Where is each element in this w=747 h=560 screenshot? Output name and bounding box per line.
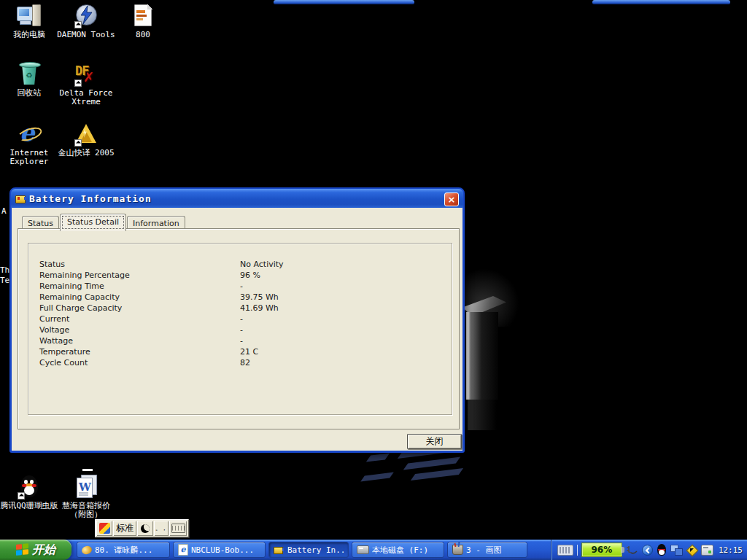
system-tray: 96% 12:15 [551,540,747,560]
network-tray-icon[interactable] [670,545,683,556]
taskbar-button-battery[interactable]: Battery In... [268,542,349,558]
desktop-icon-word-doc[interactable]: W 慧海音箱报价 （附图） [57,475,115,519]
table-row: Cycle Count82 [39,357,446,368]
qq-tray-icon[interactable] [657,544,667,556]
ime-softkeyboard-button[interactable] [169,521,187,536]
battery-icon [274,545,285,554]
battery-icon [15,193,26,203]
battery-level-indicator[interactable]: 96% [581,542,622,557]
close-window-button[interactable]: × [444,192,459,206]
icon-label: 我的电脑 [0,31,58,39]
icon-label: 800 [114,31,172,39]
wallpaper-stripe [403,457,460,470]
word-document-icon: W [74,475,98,499]
table-row: Remaining Capacity39.75 Wh [39,292,446,303]
tray-separator [577,545,578,556]
desktop-icon-800[interactable]: 800 [114,4,172,39]
icon-label: 腾讯QQ珊瑚虫版 [0,502,58,510]
table-row: Current- [39,314,446,324]
icon-label: DAEMON Tools [57,31,115,39]
table-row: Full Charge Capacity41.69 Wh [39,303,446,314]
hidden-label-fragment: Th [0,265,9,275]
ime-fullhalf-button[interactable] [137,521,153,536]
icon-label: 慧海音箱报价 （附图） [57,502,115,519]
keyboard-layout-icon[interactable] [557,545,573,556]
delta-force-icon: DF✗ [74,62,98,87]
recycle-bin-icon: ♻ [17,62,42,87]
taskbar-button-local-disk[interactable]: 本地磁盘 (F:) [352,542,444,558]
daemon-tools-icon [74,4,98,28]
battery-information-window: Battery Information × Status Status Deta… [9,187,465,453]
icon-label: Internet Explorer [0,149,58,166]
tab-status-detail[interactable]: Status Detail [60,214,126,231]
wallpaper-shape [466,312,498,400]
hide-tray-icons-button[interactable] [642,545,653,556]
wallpaper-stripe [360,472,394,482]
offscreen-window-edge[interactable] [274,0,414,4]
taskbar-button-ie[interactable]: e NBCLUB-Bob... [173,542,266,558]
disk-drive-icon [357,545,369,554]
hardware-tray-icon[interactable] [701,545,713,556]
desktop: { "colors": { "taskbar_blue": "#2459D2",… [0,0,747,560]
desktop-icon-recycle-bin[interactable]: ♻ 回收站 [0,62,58,98]
music-player-icon [81,545,93,555]
qq-penguin-icon [17,475,42,499]
table-row: Wattage- [39,335,446,346]
wallpaper-stripe [411,468,463,481]
close-dialog-button[interactable]: 关闭 [407,434,462,449]
wallpaper-shape [468,400,497,430]
start-button[interactable]: 开始 [0,540,71,560]
desktop-icon-my-computer[interactable]: 我的电脑 [0,4,58,39]
icon-label: Delta Force Xtreme [57,89,115,106]
window-title: Battery Information [29,193,152,204]
icon-label: 回收站 [0,89,58,98]
ime-logo-button[interactable] [96,521,112,536]
table-row: Voltage- [39,324,446,335]
icon-label: 金山快译 2005 [57,149,115,158]
ime-punctuation-button[interactable]: 。， [154,521,169,536]
paint-icon [452,545,463,555]
desktop-icon-kingsoft-2005[interactable]: 金山快译 2005 [57,122,115,158]
table-row: Remaining Time- [39,281,446,292]
tray-clock[interactable]: 12:15 [719,545,743,555]
battery-detail-list: StatusNo Activity Remaining Percentage96… [39,259,446,368]
kingsoft-pyramid-icon [74,122,98,147]
desktop-icon-internet-explorer[interactable]: e Internet Explorer [0,122,58,166]
keyboard-icon [171,524,185,533]
ime-logo-icon [99,523,110,534]
status-detail-groupbox: StatusNo Activity Remaining Percentage96… [28,243,452,415]
taskbar: 开始 80. 谭咏麟... e NBCLUB-Bob... Battery In… [0,540,747,560]
ime-mode-button[interactable]: 标准 [113,521,136,536]
windows-flag-icon [16,543,28,556]
hidden-label-fragment: A [1,206,7,216]
desktop-icon-qq[interactable]: 腾讯QQ珊瑚虫版 [0,475,58,510]
my-computer-icon [17,4,42,28]
kingsoft-tray-icon[interactable] [686,545,697,556]
document-icon [131,4,155,28]
hidden-label-fragment: Te [0,276,9,285]
taskbar-button-paint[interactable]: 3 - 画图 [447,542,527,558]
table-row: StatusNo Activity [39,259,446,270]
desktop-icon-daemon-tools[interactable]: DAEMON Tools [57,4,115,39]
ime-language-bar: 标准 。， [95,519,189,537]
window-titlebar[interactable]: Battery Information [11,189,463,208]
ac-plug-icon[interactable] [626,544,638,556]
internet-explorer-icon: e [178,544,188,556]
moon-icon [141,524,150,533]
desktop-icon-delta-force[interactable]: DF✗ Delta Force Xtreme [57,62,115,106]
offscreen-window-edge[interactable] [592,0,730,4]
wallpaper-stripe [366,453,390,462]
table-row: Temperature21 C [39,346,446,357]
taskbar-button-music[interactable]: 80. 谭咏麟... [77,542,170,558]
table-row: Remaining Percentage96 % [39,270,446,281]
screen-artifact [82,469,93,471]
internet-explorer-icon: e [17,122,42,147]
